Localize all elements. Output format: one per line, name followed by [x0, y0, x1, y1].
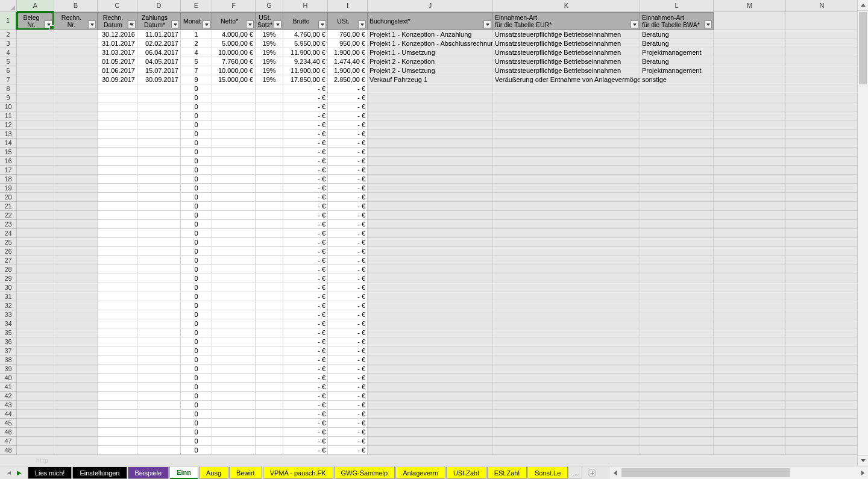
- cell[interactable]: - €: [328, 392, 368, 401]
- cell[interactable]: [493, 93, 640, 102]
- cell[interactable]: [640, 310, 714, 319]
- cell[interactable]: [54, 211, 98, 220]
- cell[interactable]: [714, 193, 786, 202]
- cell[interactable]: [17, 229, 54, 238]
- cell[interactable]: [256, 428, 283, 437]
- cell[interactable]: [256, 166, 283, 175]
- cell[interactable]: 0: [181, 410, 212, 419]
- row-header-48[interactable]: 48: [0, 446, 17, 455]
- tab-nav-buttons[interactable]: ◄ ▶: [0, 466, 28, 479]
- cell[interactable]: [54, 202, 98, 211]
- cell[interactable]: [212, 301, 256, 310]
- cell[interactable]: - €: [283, 166, 328, 175]
- cell[interactable]: 0: [181, 328, 212, 337]
- cell[interactable]: [368, 229, 493, 238]
- cell[interactable]: 1: [181, 30, 212, 39]
- cell[interactable]: [54, 93, 98, 102]
- cell[interactable]: [714, 392, 786, 401]
- cell[interactable]: - €: [283, 310, 328, 319]
- cell[interactable]: 10.000,00 €: [212, 48, 256, 57]
- cell[interactable]: [212, 121, 256, 130]
- cell[interactable]: - €: [283, 157, 328, 166]
- cell[interactable]: [54, 166, 98, 175]
- cell[interactable]: 0: [181, 175, 212, 184]
- row-header-40[interactable]: 40: [0, 374, 17, 383]
- cell[interactable]: [212, 111, 256, 121]
- column-header-L[interactable]: L: [640, 0, 714, 12]
- cell[interactable]: [640, 410, 714, 419]
- cell[interactable]: [714, 84, 786, 93]
- cell[interactable]: [493, 111, 640, 121]
- cell[interactable]: [368, 383, 493, 392]
- cell[interactable]: [493, 337, 640, 346]
- column-header-F[interactable]: F: [212, 0, 256, 12]
- cell[interactable]: [54, 292, 98, 301]
- cell[interactable]: [493, 428, 640, 437]
- row-header-11[interactable]: 11: [0, 111, 17, 121]
- cell[interactable]: [137, 238, 181, 247]
- cell[interactable]: [54, 148, 98, 157]
- row-header-10[interactable]: 10: [0, 102, 17, 111]
- row-header-32[interactable]: 32: [0, 301, 17, 310]
- cell[interactable]: 4.760,00 €: [283, 30, 328, 39]
- cell[interactable]: [17, 337, 54, 346]
- cell[interactable]: [640, 175, 714, 184]
- cell[interactable]: Umsatzsteuerpflichtige Betriebseinnahmen: [493, 66, 640, 75]
- cell[interactable]: [714, 48, 786, 57]
- cell[interactable]: [368, 365, 493, 374]
- cell[interactable]: [714, 238, 786, 247]
- cell[interactable]: - €: [328, 310, 368, 319]
- sheet-tab-einstellungen[interactable]: Einstellungen: [72, 467, 127, 479]
- cell[interactable]: [17, 410, 54, 419]
- cell[interactable]: [54, 220, 98, 229]
- cell[interactable]: [212, 238, 256, 247]
- cell[interactable]: [98, 428, 137, 437]
- cell[interactable]: sonstige: [640, 75, 714, 84]
- cell[interactable]: [256, 265, 283, 274]
- filter-button-E[interactable]: [203, 20, 210, 28]
- column-header-B[interactable]: B: [54, 0, 98, 12]
- cell[interactable]: 0: [181, 247, 212, 256]
- cell[interactable]: - €: [283, 355, 328, 365]
- cell[interactable]: Projekt 1 - Umsetzung: [368, 48, 493, 57]
- cell[interactable]: [714, 437, 786, 446]
- cell[interactable]: - €: [283, 383, 328, 392]
- cell[interactable]: [786, 148, 857, 157]
- cell[interactable]: 760,00 €: [328, 30, 368, 39]
- row-header-36[interactable]: 36: [0, 337, 17, 346]
- cell[interactable]: [17, 121, 54, 130]
- cell[interactable]: - €: [328, 229, 368, 238]
- cell[interactable]: [714, 428, 786, 437]
- cell[interactable]: [786, 193, 857, 202]
- cell[interactable]: [256, 346, 283, 355]
- cell[interactable]: [493, 166, 640, 175]
- cell[interactable]: [137, 310, 181, 319]
- cell[interactable]: [98, 111, 137, 121]
- vertical-scroll-thumb[interactable]: [859, 12, 867, 84]
- cell[interactable]: - €: [328, 401, 368, 410]
- cell[interactable]: [17, 365, 54, 374]
- row-header-44[interactable]: 44: [0, 410, 17, 419]
- cell[interactable]: - €: [328, 355, 368, 365]
- select-all-corner[interactable]: [0, 0, 17, 12]
- cell[interactable]: [212, 166, 256, 175]
- cell[interactable]: [137, 247, 181, 256]
- cell[interactable]: [212, 102, 256, 111]
- cell[interactable]: [368, 148, 493, 157]
- cell[interactable]: [137, 148, 181, 157]
- cell[interactable]: [786, 292, 857, 301]
- cell[interactable]: [493, 274, 640, 283]
- cell[interactable]: [256, 229, 283, 238]
- cell[interactable]: - €: [283, 175, 328, 184]
- row-header-31[interactable]: 31: [0, 292, 17, 301]
- cell[interactable]: - €: [283, 365, 328, 374]
- cell[interactable]: [137, 84, 181, 93]
- cell[interactable]: [17, 220, 54, 229]
- cell[interactable]: [54, 121, 98, 130]
- row-header-4[interactable]: 4: [0, 48, 17, 57]
- table-header-A[interactable]: BelegNr.: [17, 12, 54, 30]
- cell[interactable]: [493, 401, 640, 410]
- row-header-19[interactable]: 19: [0, 184, 17, 193]
- cell[interactable]: 7: [181, 66, 212, 75]
- cell[interactable]: 19%: [256, 66, 283, 75]
